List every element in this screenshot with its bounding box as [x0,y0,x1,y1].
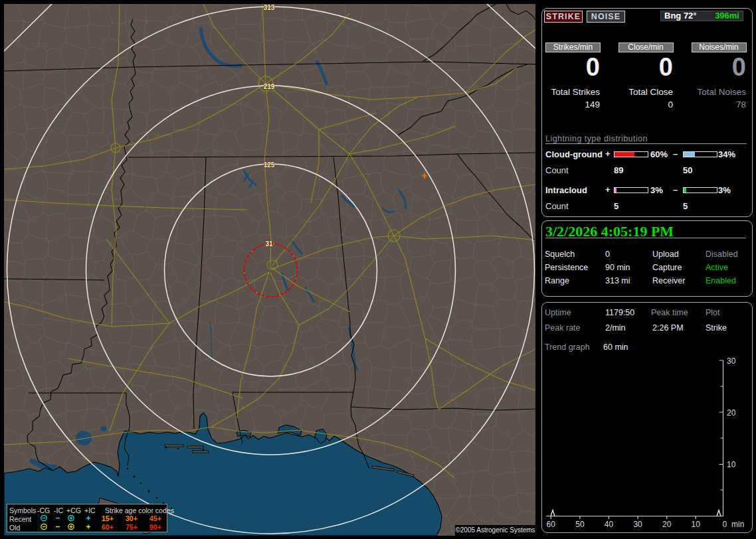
svg-text:30+: 30+ [126,514,138,522]
svg-text:219: 219 [264,83,275,90]
svg-text:45+: 45+ [149,514,161,522]
svg-text:60: 60 [547,520,556,529]
svg-text:10: 10 [727,460,736,469]
svg-text:125: 125 [264,161,275,169]
svg-text:313: 313 [264,4,275,11]
svg-text:30: 30 [727,356,736,366]
svg-text:20: 20 [727,408,736,418]
svg-text:75+: 75+ [126,523,138,531]
svg-text:20: 20 [662,520,672,529]
svg-text:10: 10 [692,520,701,529]
svg-text:30: 30 [633,520,642,529]
svg-text:min: min [731,520,744,529]
svg-text:15+: 15+ [102,514,114,522]
svg-text:60+: 60+ [102,523,114,531]
svg-text:40: 40 [605,520,614,529]
svg-text:31: 31 [265,240,273,248]
svg-text:50: 50 [575,520,585,529]
svg-text:0: 0 [723,520,727,529]
svg-text:90+: 90+ [149,523,161,531]
